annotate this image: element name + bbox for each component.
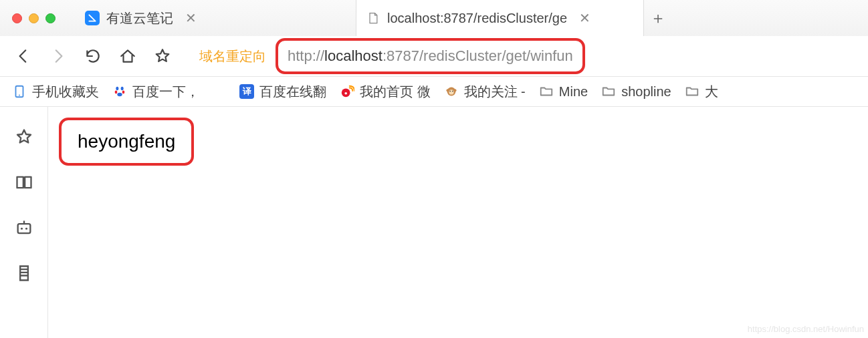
bookmark-phone[interactable]: 手机收藏夹 (12, 83, 99, 101)
sidebar-favorite-icon[interactable] (14, 127, 34, 147)
bookmark-follow[interactable]: 我的关注 - (444, 83, 526, 101)
minimize-window-button[interactable] (29, 13, 39, 23)
tab-strip: 有道云笔记 ✕ localhost:8787/redisCluster/ge ✕… (76, 0, 868, 36)
bookmark-label: shopline (621, 84, 671, 100)
response-body: heyongfeng (59, 118, 194, 166)
svg-point-4 (115, 91, 118, 94)
folder-icon (685, 84, 699, 99)
titlebar: 有道云笔记 ✕ localhost:8787/redisCluster/ge ✕… (0, 0, 868, 36)
tab-title: localhost:8787/redisCluster/ge (387, 11, 567, 26)
tab-localhost[interactable]: localhost:8787/redisCluster/ge ✕ (356, 0, 644, 36)
sidebar-note-icon[interactable] (14, 263, 34, 283)
bookmark-label: 我的首页 微 (360, 83, 431, 101)
bookmark-folder-mine[interactable]: Mine (539, 84, 588, 100)
redirect-label: 域名重定向 (199, 47, 266, 65)
url-text: http://localhost:8787/redisCluster/get/w… (276, 38, 585, 74)
bookmark-label: 百度在线翻 (259, 83, 326, 101)
bookmark-label: 手机收藏夹 (32, 83, 99, 101)
bookmark-label: 我的关注 - (464, 83, 526, 101)
url-path: :8787/redisCluster/get/winfun (383, 47, 573, 65)
back-button[interactable] (12, 45, 35, 67)
svg-point-3 (121, 87, 124, 91)
content-area: heyongfeng (0, 107, 868, 338)
bookmark-label: 百度一下， (132, 83, 199, 101)
window-controls (12, 13, 56, 23)
fanyi-icon: 译 (239, 84, 254, 99)
url-host: localhost (324, 47, 383, 65)
sidebar-read-icon[interactable] (14, 172, 34, 192)
toolbar: 域名重定向 http://localhost:8787/redisCluster… (0, 36, 868, 76)
weibo-icon (340, 84, 354, 99)
tab-close-button[interactable]: ✕ (185, 10, 197, 26)
folder-icon (601, 84, 616, 99)
svg-point-8 (344, 92, 347, 95)
svg-point-11 (449, 91, 451, 92)
bookmark-star-button[interactable] (151, 45, 174, 67)
left-sidebar (0, 107, 48, 338)
svg-point-10 (449, 90, 453, 94)
svg-point-14 (453, 89, 456, 92)
bookmark-weibo[interactable]: 我的首页 微 (340, 83, 431, 101)
reload-button[interactable] (82, 45, 104, 67)
svg-point-17 (25, 228, 27, 230)
tab-close-button[interactable]: ✕ (579, 10, 590, 26)
maximize-window-button[interactable] (45, 13, 56, 23)
close-window-button[interactable] (12, 13, 22, 23)
bookmark-label: 大 (705, 83, 718, 101)
bookmark-folder-da[interactable]: 大 (685, 83, 718, 101)
svg-point-13 (446, 89, 449, 92)
monkey-icon (444, 84, 459, 99)
bookmark-label: Mine (559, 84, 588, 100)
tab-title: 有道云笔记 (106, 9, 173, 27)
tab-youdao[interactable]: 有道云笔记 ✕ (76, 0, 356, 36)
favicon-youdao-icon (85, 11, 100, 25)
bookmark-folder-shopline[interactable]: shopline (601, 84, 671, 100)
svg-point-12 (452, 91, 453, 92)
svg-point-6 (117, 93, 122, 97)
page-content: heyongfeng (48, 107, 868, 338)
svg-rect-15 (17, 224, 30, 233)
forward-button[interactable] (47, 45, 70, 67)
svg-point-1 (19, 95, 20, 96)
folder-icon (539, 84, 554, 99)
phone-icon (12, 84, 27, 99)
home-button[interactable] (116, 45, 139, 67)
favicon-page-icon (366, 11, 381, 25)
url-scheme: http:// (288, 47, 324, 65)
svg-point-2 (116, 87, 118, 91)
sidebar-robot-icon[interactable] (14, 218, 34, 238)
svg-point-16 (20, 228, 22, 230)
svg-point-5 (122, 91, 125, 94)
new-tab-button[interactable]: ＋ (644, 0, 672, 36)
bookmark-fanyi[interactable]: 译 百度在线翻 (239, 83, 326, 101)
baidu-icon (112, 84, 127, 99)
address-bar[interactable]: 域名重定向 http://localhost:8787/redisCluster… (186, 38, 856, 74)
watermark: https://blog.csdn.net/Howinfun (748, 324, 864, 334)
bookmark-baidu[interactable]: 百度一下， (112, 83, 199, 101)
bookmarks-bar: 手机收藏夹 百度一下， 译 百度在线翻 我的首页 微 我的关注 - Mine s… (0, 76, 868, 107)
